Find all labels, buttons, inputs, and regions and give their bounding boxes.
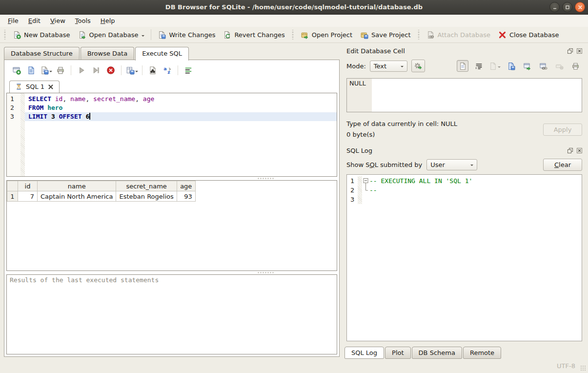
close-database-button[interactable]: Close Database — [494, 29, 563, 41]
fold-marker[interactable] — [362, 186, 369, 195]
stop-execution-button[interactable] — [104, 64, 117, 77]
dock-tab-remote[interactable]: Remote — [463, 347, 501, 359]
column-header-name[interactable]: name — [38, 181, 116, 191]
save-project-button[interactable]: Save Project — [356, 29, 415, 41]
word-wrap-button[interactable] — [473, 60, 485, 72]
menu-help[interactable]: Help — [96, 16, 120, 26]
code-line-3[interactable]: LIMIT 3 OFFSET 6 — [25, 112, 337, 121]
fold-marker[interactable] — [362, 176, 369, 186]
save-file-icon — [40, 66, 49, 75]
open-in-external-button[interactable] — [521, 60, 533, 72]
import-data-button[interactable] — [489, 60, 501, 72]
new-database-button[interactable]: New Database — [9, 29, 74, 41]
close-icon[interactable] — [575, 2, 585, 12]
attach-database-button[interactable]: Attach Database — [423, 29, 494, 41]
menu-tools[interactable]: Tools — [70, 16, 96, 26]
save-results-button[interactable] — [125, 64, 138, 77]
tab-execute-sql[interactable]: Execute SQL — [135, 47, 189, 61]
print-sql-button[interactable] — [54, 64, 67, 77]
save-sql-file-button[interactable] — [40, 64, 52, 77]
auto-complete-button[interactable]: az — [161, 64, 174, 77]
dropdown-caret-icon[interactable] — [142, 35, 144, 38]
row-header-cell[interactable]: 1 — [7, 191, 18, 202]
menu-view[interactable]: View — [45, 16, 70, 26]
apply-button[interactable]: Apply — [543, 124, 582, 136]
set-null-button[interactable] — [553, 60, 565, 72]
titlebar[interactable]: DB Browser for SQLite - /home/user/code/… — [0, 0, 588, 15]
encoding-indicator: UTF-8 — [557, 362, 575, 370]
execute-all-button[interactable] — [75, 64, 88, 77]
table-cell[interactable]: 93 — [177, 191, 195, 202]
maximize-icon[interactable] — [562, 2, 572, 12]
set-as-link-button[interactable] — [537, 60, 549, 72]
toolbar-handle[interactable] — [417, 30, 420, 40]
resize-grip[interactable] — [580, 365, 586, 371]
editor-code[interactable]: SELECT id, name, secret_name, ageFROM he… — [25, 93, 337, 176]
new-sql-tab-button[interactable] — [10, 64, 23, 77]
close-panel-icon[interactable] — [575, 47, 583, 55]
float-panel-icon[interactable] — [566, 146, 574, 154]
column-header-id[interactable]: id — [18, 181, 38, 191]
table-cell[interactable]: Esteban Rogelios — [116, 191, 177, 202]
toolbar-handle[interactable] — [291, 30, 294, 40]
mode-select[interactable]: Text — [370, 61, 407, 72]
open-project-button[interactable]: Open Project — [297, 29, 356, 41]
splitter-grid-message[interactable] — [6, 271, 337, 274]
sql-tab[interactable]: SQL 1 — [9, 81, 60, 93]
format-sql-button[interactable] — [182, 64, 195, 77]
dock-tab-db-schema[interactable]: DB Schema — [412, 347, 462, 359]
execute-current-line-button[interactable] — [90, 64, 102, 77]
clear-log-button[interactable]: Clear — [543, 159, 582, 171]
text-mode-icon — [459, 62, 467, 70]
sql-editor[interactable]: 123 SELECT id, name, secret_name, ageFRO… — [6, 93, 337, 177]
svg-text:a: a — [163, 66, 166, 71]
dropdown-caret-icon[interactable] — [135, 71, 138, 74]
print-cell-button[interactable] — [569, 60, 581, 72]
splitter-editor-grid[interactable] — [6, 177, 337, 180]
log-filter-select[interactable]: User — [426, 159, 477, 170]
results-message[interactable]: Results of the last executed statements — [6, 274, 337, 354]
cell-editor-icons — [457, 60, 583, 72]
code-line-2[interactable]: FROM hero — [25, 104, 337, 112]
window-title: DB Browser for SQLite - /home/user/code/… — [0, 3, 588, 11]
fold-marker[interactable] — [362, 195, 369, 204]
close-panel-icon[interactable] — [575, 146, 583, 154]
open-sql-file-button[interactable] — [25, 64, 38, 77]
float-panel-icon[interactable] — [566, 47, 574, 55]
table-cell[interactable]: 7 — [18, 191, 38, 202]
table-cell[interactable]: Captain North America — [38, 191, 116, 202]
export-data-button[interactable] — [505, 60, 517, 72]
table-header-row: idnamesecret_nameage — [7, 181, 196, 191]
toolbar-handle[interactable] — [3, 30, 6, 40]
menu-edit[interactable]: Edit — [23, 16, 45, 26]
window-controls — [549, 2, 585, 12]
find-replace-button[interactable] — [146, 64, 159, 77]
tab-new-icon — [12, 66, 21, 75]
column-header-secret_name[interactable]: secret_name — [116, 181, 177, 191]
corner-header-cell[interactable] — [7, 181, 18, 191]
cell-editor-text-area[interactable] — [372, 79, 582, 112]
dock-tab-plot[interactable]: Plot — [385, 347, 411, 359]
cell-mode-row: Mode: Text — [344, 57, 584, 75]
minimize-icon[interactable] — [549, 2, 560, 12]
dropdown-caret-icon[interactable] — [49, 71, 52, 74]
open-database-button[interactable]: Open Database — [74, 29, 149, 41]
fold-margin — [358, 195, 362, 204]
column-header-age[interactable]: age — [177, 181, 195, 191]
cell-editor[interactable]: NULL — [346, 78, 582, 112]
tab-database-structure[interactable]: Database Structure — [4, 47, 80, 60]
tab-browse-data[interactable]: Browse Data — [81, 47, 135, 60]
line-number: 2 — [347, 186, 358, 195]
toolbar-separator — [151, 29, 151, 40]
text-mode-button[interactable] — [457, 60, 468, 72]
auto-switch-mode-button[interactable] — [411, 60, 425, 72]
results-grid[interactable]: idnamesecret_nameage17Captain North Amer… — [6, 180, 337, 271]
code-line-1[interactable]: SELECT id, name, secret_name, age — [25, 95, 337, 104]
revert-changes-button[interactable]: Revert Changes — [219, 29, 288, 41]
dock-tab-sql-log[interactable]: SQL Log — [345, 347, 384, 359]
sql-log-view[interactable]: 1-- EXECUTING ALL IN 'SQL 1'2--3 — [346, 174, 582, 341]
line-number: 1 — [347, 176, 358, 186]
write-changes-button[interactable]: Write Changes — [154, 29, 219, 41]
menu-file[interactable]: File — [3, 16, 23, 26]
close-tab-icon[interactable] — [48, 84, 54, 90]
